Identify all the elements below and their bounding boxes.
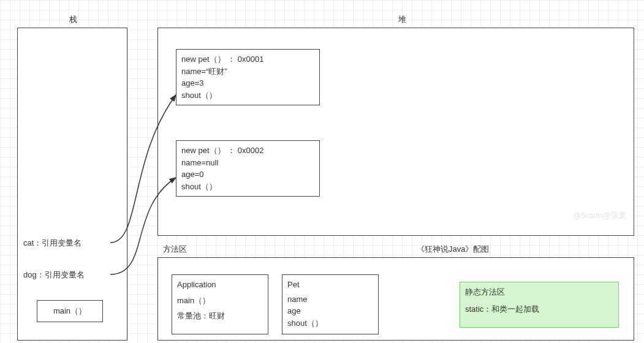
application-const-pool: 常量池：旺财 — [177, 310, 263, 322]
application-title: Application — [177, 279, 263, 291]
static-body: 静态方法区 static：和类一起加载 — [460, 282, 618, 318]
method-area-title: 方法区 — [163, 244, 187, 255]
heap-object-pet2: new pet（） ： 0x0002 name=null age=0 shout… — [176, 140, 320, 197]
pet-class-title: Pet — [287, 279, 373, 291]
pet1-shout: shout（） — [181, 89, 314, 102]
heap-object-pet2-body: new pet（） ： 0x0002 name=null age=0 shout… — [176, 141, 319, 196]
method-area-static: 静态方法区 static：和类一起加载 — [460, 282, 619, 328]
pet1-age: age=3 — [181, 77, 314, 89]
diagram-layer: 栈 堆 cat：引用变量名 dog：引用变量名 main（） new pet（）… — [0, 0, 644, 343]
stack-main-label: main（） — [53, 306, 86, 317]
pet2-newline: new pet（） ： 0x0002 — [181, 145, 314, 157]
method-area-application: Application main（） 常量池：旺财 — [172, 274, 268, 334]
watermark: @5csdn@蒲寰 — [573, 210, 626, 221]
application-main: main（） — [177, 295, 263, 307]
pet-class-body: Pet name age shout（） — [282, 275, 378, 333]
static-title: 静态方法区 — [465, 286, 613, 298]
stack-region — [17, 28, 127, 341]
pet2-name: name=null — [181, 157, 314, 169]
pet2-age: age=0 — [181, 168, 314, 181]
application-body: Application main（） 常量池：旺财 — [172, 275, 268, 326]
heap-object-pet1-body: new pet（） ： 0x0001 name=“旺财” age=3 shout… — [176, 50, 319, 105]
pet-class-name-field: name — [287, 293, 373, 306]
pet2-shout: shout（） — [181, 181, 314, 193]
static-note: static：和类一起加载 — [465, 303, 613, 315]
pet-class-shout-method: shout（） — [287, 317, 373, 330]
stack-title: 栈 — [69, 14, 77, 25]
heap-object-pet1: new pet（） ： 0x0001 name=“旺财” age=3 shout… — [176, 49, 320, 105]
pet1-newline: new pet（） ： 0x0001 — [181, 53, 314, 66]
book-caption: 《狂神说Java》配图 — [417, 244, 489, 255]
pet-class-age-field: age — [287, 305, 373, 317]
heap-title: 堆 — [398, 14, 406, 25]
pet1-name: name=“旺财” — [181, 66, 314, 78]
stack-dog-var: dog：引用变量名 — [23, 270, 85, 281]
stack-cat-var: cat：引用变量名 — [23, 238, 81, 249]
method-area-pet-class: Pet name age shout（） — [282, 274, 379, 334]
stack-main-frame: main（） — [37, 300, 103, 322]
